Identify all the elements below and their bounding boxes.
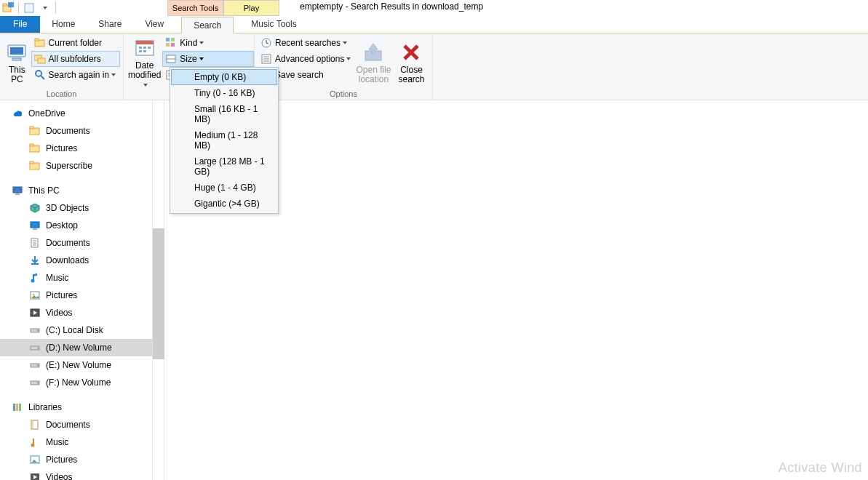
nav-thispc-item[interactable]: Videos	[0, 304, 152, 321]
svg-rect-20	[166, 38, 170, 41]
chevron-down-icon	[199, 57, 204, 60]
date-modified-label: Date modified	[128, 60, 161, 80]
tab-music-tools[interactable]: Music Tools	[239, 16, 308, 33]
this-pc-button[interactable]: This PC	[3, 35, 31, 89]
drive-icon	[29, 377, 41, 388]
size-option-small[interactable]: Small (16 KB - 1 MB)	[171, 101, 277, 127]
svg-point-65	[37, 330, 39, 332]
size-option-empty[interactable]: Empty (0 KB)	[171, 69, 277, 85]
svg-rect-43	[30, 127, 33, 129]
folder-icon	[29, 143, 41, 154]
subfolders-icon	[34, 53, 46, 65]
options-group-label: Options	[258, 89, 429, 100]
nav-library-item[interactable]: Videos	[0, 468, 152, 480]
chevron-down-icon	[143, 84, 148, 87]
nav-thispc-item[interactable]: Downloads	[0, 252, 152, 269]
doc-icon	[29, 237, 41, 249]
libraries-icon	[12, 401, 23, 413]
nav-thispc-item[interactable]: Pictures	[0, 287, 152, 304]
nav-libraries[interactable]: Libraries	[0, 399, 152, 416]
nav-thispc-item[interactable]: Desktop	[0, 217, 152, 234]
qat-dropdown[interactable]	[39, 1, 52, 15]
nav-thispc-item[interactable]: 3D Objects	[0, 199, 152, 217]
svg-rect-21	[171, 38, 175, 41]
tab-file[interactable]: File	[0, 16, 40, 33]
drive-icon	[29, 359, 41, 371]
onedrive-icon	[12, 108, 23, 119]
open-location-icon	[362, 41, 385, 64]
size-option-large[interactable]: Large (128 MB - 1 GB)	[171, 153, 277, 180]
qat-sep-2	[55, 2, 56, 14]
svg-point-62	[33, 294, 35, 296]
tab-home[interactable]: Home	[40, 16, 87, 33]
navpane-scrollbar[interactable]	[153, 100, 164, 480]
size-button[interactable]: Size	[162, 51, 254, 67]
nav-thispc-item[interactable]: (C:) Local Disk	[0, 321, 152, 339]
drive-icon	[29, 324, 41, 336]
svg-rect-5	[10, 47, 23, 55]
svg-point-69	[37, 365, 39, 367]
desktop-icon	[29, 220, 41, 231]
tab-share[interactable]: Share	[87, 16, 133, 33]
nav-thispc-item[interactable]: Documents	[0, 234, 152, 252]
svg-rect-2	[8, 2, 14, 7]
libvid-icon	[29, 471, 41, 480]
svg-rect-15	[139, 47, 142, 49]
svg-rect-73	[16, 404, 18, 411]
svg-rect-22	[166, 43, 170, 47]
qat-item[interactable]	[23, 1, 36, 15]
nav-onedrive-documents[interactable]: Documents	[0, 122, 152, 140]
size-option-tiny[interactable]: Tiny (0 - 16 KB)	[171, 85, 277, 101]
recent-searches-label: Recent searches	[275, 38, 341, 48]
libdoc-icon	[29, 419, 41, 431]
svg-point-67	[37, 348, 39, 349]
ribbon-group-options: Recent searches Advanced options Save se…	[255, 33, 433, 100]
date-modified-button[interactable]: Date modified	[127, 35, 162, 91]
size-option-gigantic[interactable]: Gigantic (>4 GB)	[171, 196, 277, 212]
ribbon-tabs: File Home Share View Search Music Tools	[0, 16, 868, 33]
current-folder-button[interactable]: Current folder	[31, 35, 120, 51]
calendar-icon	[133, 36, 156, 60]
advanced-options-label: Advanced options	[275, 54, 344, 64]
close-search-button[interactable]: Close search	[394, 35, 429, 89]
all-subfolders-label: All subfolders	[49, 54, 101, 64]
tab-view[interactable]: View	[133, 16, 175, 33]
svg-point-71	[37, 383, 39, 384]
svg-rect-76	[31, 420, 33, 430]
nav-thispc-item[interactable]: (F:) New Volume	[0, 374, 152, 391]
nav-thispc-item[interactable]: Music	[0, 269, 152, 287]
nav-library-item[interactable]: Music	[0, 433, 152, 451]
download-icon	[29, 255, 41, 266]
list-icon	[260, 53, 272, 65]
save-search-label: Save search	[275, 70, 324, 80]
folder-icon	[34, 37, 46, 49]
svg-point-60	[31, 279, 35, 283]
size-option-huge[interactable]: Huge (1 - 4 GB)	[171, 180, 277, 196]
search-again-button[interactable]: Search again in	[31, 67, 120, 83]
svg-rect-45	[30, 144, 33, 146]
tab-search[interactable]: Search	[181, 17, 234, 33]
nav-onedrive-pictures[interactable]: Pictures	[0, 140, 152, 157]
activate-windows-watermark: Activate Wind	[779, 460, 862, 476]
all-subfolders-button[interactable]: All subfolders	[31, 51, 120, 67]
advanced-options-button[interactable]: Advanced options	[258, 51, 354, 67]
nav-this-pc[interactable]: This PC	[0, 182, 152, 199]
this-pc-icon	[12, 185, 23, 196]
size-option-medium[interactable]: Medium (1 - 128 MB)	[171, 127, 277, 153]
svg-point-77	[31, 444, 35, 447]
nav-thispc-item[interactable]: (D:) New Volume	[0, 339, 152, 356]
size-dropdown-menu: Empty (0 KB) Tiny (0 - 16 KB) Small (16 …	[170, 67, 279, 214]
scrollbar-thumb[interactable]	[153, 228, 164, 359]
kind-icon	[165, 37, 177, 49]
nav-library-item[interactable]: Pictures	[0, 451, 152, 468]
nav-onedrive[interactable]: OneDrive	[0, 105, 152, 122]
svg-rect-72	[13, 404, 15, 411]
nav-onedrive-superscribe[interactable]: Superscribe	[0, 157, 152, 175]
nav-thispc-item[interactable]: (E:) New Volume	[0, 356, 152, 374]
svg-rect-53	[31, 222, 39, 228]
recent-searches-button[interactable]: Recent searches	[258, 35, 354, 51]
nav-library-item[interactable]: Documents	[0, 416, 152, 433]
search-again-icon	[34, 69, 46, 81]
chevron-down-icon	[346, 57, 351, 60]
kind-button[interactable]: Kind	[162, 35, 254, 51]
